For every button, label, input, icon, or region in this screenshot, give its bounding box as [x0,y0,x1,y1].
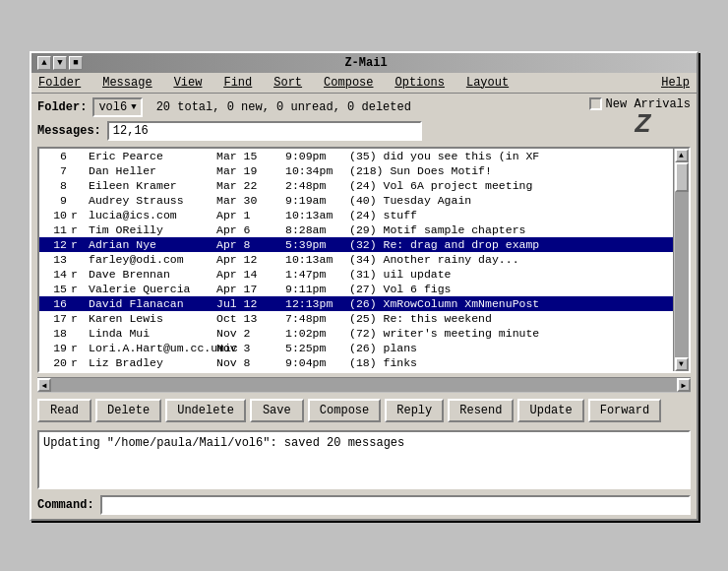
folder-label: Folder: [37,100,87,114]
table-row[interactable]: 16 David Flanacan Jul 12 12:13pm (26) Xm… [39,296,673,311]
restore-button[interactable]: ▼ [53,56,67,70]
top-section: Folder: vol6 ▼ 20 total, 0 new, 0 unread… [31,94,697,143]
menu-message[interactable]: Message [99,75,154,91]
scroll-up-button[interactable]: ▲ [675,149,689,162]
command-row: Command: [31,491,697,519]
title-bar: ▲ ▼ ■ Z-Mail [31,53,697,73]
menu-find[interactable]: Find [220,75,255,91]
action-buttons: Read Delete Undelete Save Compose Reply … [31,393,697,428]
scroll-track[interactable] [675,162,689,357]
folder-select[interactable]: vol6 ▼ [92,97,142,117]
table-row[interactable]: 10 r lucia@ics.com Apr 1 10:13am (24) st… [39,208,673,222]
message-list-container: 6 Eric Pearce Mar 15 9:09pm (35) did you… [37,147,691,373]
message-list: 6 Eric Pearce Mar 15 9:09pm (35) did you… [39,149,673,371]
scroll-thumb[interactable] [675,162,689,192]
minimize-button[interactable]: ▲ [37,56,51,70]
folder-messages-area: Folder: vol6 ▼ 20 total, 0 new, 0 unread… [37,97,583,141]
main-window: ▲ ▼ ■ Z-Mail Folder Message View Find So… [30,51,698,521]
vertical-scrollbar[interactable]: ▲ ▼ [673,149,689,371]
table-row[interactable]: 8 Eileen Kramer Mar 22 2:48pm (24) Vol 6… [39,178,673,193]
update-button[interactable]: Update [517,399,583,422]
resend-button[interactable]: Resend [448,399,514,422]
title-bar-buttons[interactable]: ▲ ▼ ■ [37,56,83,70]
new-arrivals-checkbox[interactable] [589,97,602,110]
folder-dropdown-arrow[interactable]: ▼ [131,102,136,112]
messages-row: Messages: [37,121,583,141]
messages-input[interactable] [107,121,422,141]
delete-button[interactable]: Delete [95,399,161,422]
folder-info: 20 total, 0 new, 0 unread, 0 deleted [156,100,411,114]
undelete-button[interactable]: Undelete [165,399,246,422]
compose-button[interactable]: Compose [308,399,381,422]
forward-button[interactable]: Forward [588,399,661,422]
menu-help[interactable]: Help [658,75,693,91]
folder-value: vol6 [98,100,127,114]
table-row[interactable]: 14 r Dave Brennan Apr 14 1:47pm (31) uil… [39,267,673,282]
horizontal-scrollbar[interactable]: ◀ ▶ [37,377,691,393]
table-row[interactable]: 6 Eric Pearce Mar 15 9:09pm (35) did you… [39,149,673,163]
window-title: Z-Mail [344,56,387,70]
table-row[interactable]: 9 Audrey Strauss Mar 30 9:19am (40) Tues… [39,193,673,208]
menu-compose[interactable]: Compose [321,75,376,91]
logo-area: New Arrivals Z [589,97,691,139]
table-row[interactable]: 18 Linda Mui Nov 2 1:02pm (72) writer's … [39,326,673,341]
save-button[interactable]: Save [250,399,304,422]
close-button[interactable]: ■ [69,56,83,70]
command-input[interactable] [100,495,691,515]
scroll-down-button[interactable]: ▼ [675,357,689,371]
table-row[interactable]: 11 r Tim OReilly Apr 6 8:28am (29) Motif… [39,222,673,237]
messages-label: Messages: [37,124,101,138]
menu-sort[interactable]: Sort [271,75,305,91]
read-button[interactable]: Read [37,399,91,422]
zmail-logo: Z [635,111,651,139]
command-label: Command: [37,498,94,512]
status-box: Updating "/home/paula/Mail/vol6": saved … [37,430,691,489]
folder-row: Folder: vol6 ▼ 20 total, 0 new, 0 unread… [37,97,583,117]
menu-folder[interactable]: Folder [35,75,84,91]
menu-options[interactable]: Options [393,75,448,91]
table-row[interactable]: 12 r Adrian Nye Apr 8 5:39pm (32) Re: dr… [39,237,673,252]
scroll-track-h[interactable] [51,378,677,392]
scroll-left-button[interactable]: ◀ [37,378,51,392]
menu-bar: Folder Message View Find Sort Compose Op… [31,73,697,94]
table-row[interactable]: 15 r Valerie Quercia Apr 17 9:11pm (27) … [39,282,673,296]
table-row[interactable]: 20 r Liz Bradley Nov 8 9:04pm (18) finks [39,355,673,370]
scroll-right-button[interactable]: ▶ [677,378,691,392]
menu-view[interactable]: View [171,75,206,91]
table-row[interactable]: 7 Dan Heller Mar 19 10:34pm (218) Sun Do… [39,163,673,178]
reply-button[interactable]: Reply [385,399,444,422]
table-row[interactable]: 13 farley@odi.com Apr 12 10:13am (34) An… [39,252,673,267]
menu-layout[interactable]: Layout [463,75,512,91]
status-text: Updating "/home/paula/Mail/vol6": saved … [43,436,404,450]
table-row[interactable]: 19 r Lori.A.Hart@um.cc.umic Nov 3 5:25pm… [39,341,673,355]
table-row[interactable]: 17 r Karen Lewis Oct 13 7:48pm (25) Re: … [39,311,673,326]
